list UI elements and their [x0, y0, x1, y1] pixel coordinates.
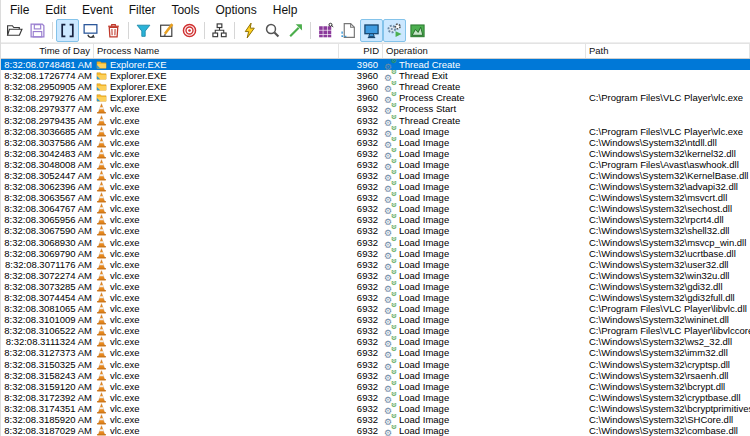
- event-row[interactable]: 8:32:08.2979377 AMvlc.exe6932⚙⚙Process S…: [1, 103, 750, 114]
- clear-button[interactable]: [102, 19, 125, 42]
- save-floppy-icon: [29, 22, 46, 39]
- vlc-cone-icon: [96, 425, 107, 436]
- time-of-day-cell: 8:32:08.2979377 AM: [1, 103, 94, 114]
- event-row[interactable]: 8:32:08.3081065 AMvlc.exe6932⚙⚙Load Imag…: [1, 303, 750, 314]
- operation-text: Thread Create: [399, 115, 460, 126]
- event-row[interactable]: 8:32:08.2979435 AMvlc.exe6932⚙⚙Thread Cr…: [1, 114, 750, 125]
- menu-bar: FileEditEventFilterToolsOptionsHelp: [1, 0, 750, 19]
- jump-to-button[interactable]: [284, 19, 307, 42]
- event-row[interactable]: 8:32:08.3158243 AMvlc.exe6932⚙⚙Load Imag…: [1, 370, 750, 381]
- autoscroll-button[interactable]: [79, 19, 102, 42]
- show-filesystem-activity-button[interactable]: [337, 19, 360, 42]
- menu-item-file[interactable]: File: [2, 1, 37, 19]
- pid-cell: 6932: [339, 270, 383, 281]
- pid-cell: 6932: [339, 381, 383, 392]
- include-process-from-window-button[interactable]: [178, 19, 201, 42]
- path-cell: C:\Program Files\VLC Player\vlc.exe: [586, 126, 750, 137]
- event-row[interactable]: 8:32:08.3174351 AMvlc.exe6932⚙⚙Load Imag…: [1, 403, 750, 414]
- event-row[interactable]: 8:32:08.3064767 AMvlc.exe6932⚙⚙Load Imag…: [1, 203, 750, 214]
- event-row[interactable]: 8:32:08.3101009 AMvlc.exe6932⚙⚙Load Imag…: [1, 314, 750, 325]
- operation-text: Load Image: [399, 370, 449, 381]
- operation-gears-icon: ⚙⚙: [385, 159, 396, 170]
- event-row[interactable]: 8:32:08.3068930 AMvlc.exe6932⚙⚙Load Imag…: [1, 237, 750, 248]
- time-of-day-cell: 8:32:08.3064767 AM: [1, 203, 94, 214]
- find-button[interactable]: [261, 19, 284, 42]
- menu-item-options[interactable]: Options: [207, 1, 264, 19]
- save-button[interactable]: [26, 19, 49, 42]
- highlight-button[interactable]: [155, 19, 178, 42]
- event-row[interactable]: 8:32:08.3063567 AMvlc.exe6932⚙⚙Load Imag…: [1, 192, 750, 203]
- event-row[interactable]: 8:32:08.3106522 AMvlc.exe6932⚙⚙Load Imag…: [1, 325, 750, 336]
- operation-text: Load Image: [399, 237, 449, 248]
- menu-item-filter[interactable]: Filter: [121, 1, 164, 19]
- show-network-activity-button[interactable]: [360, 19, 383, 42]
- event-row[interactable]: 8:32:08.3037586 AMvlc.exe6932⚙⚙Load Imag…: [1, 137, 750, 148]
- process-name-cell: vlc.exe: [94, 336, 339, 347]
- event-row[interactable]: 8:32:08.0748481 AMExplorer.EXE3960⚙⚙Thre…: [1, 59, 750, 70]
- event-row[interactable]: 8:32:08.3111324 AMvlc.exe6932⚙⚙Load Imag…: [1, 336, 750, 347]
- event-row[interactable]: 8:32:08.3067590 AMvlc.exe6932⚙⚙Load Imag…: [1, 225, 750, 236]
- operation-cell: ⚙⚙Load Image: [383, 181, 586, 192]
- operation-text: Load Image: [399, 414, 449, 425]
- operation-cell: ⚙⚙Load Image: [383, 225, 586, 236]
- time-of-day-cell: 8:32:08.0748481 AM: [1, 59, 94, 70]
- event-row[interactable]: 8:32:08.3150325 AMvlc.exe6932⚙⚙Load Imag…: [1, 359, 750, 370]
- time-of-day-cell: 8:32:08.3037586 AM: [1, 137, 94, 148]
- capture-button[interactable]: [56, 19, 79, 42]
- event-row[interactable]: 8:32:08.3065956 AMvlc.exe6932⚙⚙Load Imag…: [1, 214, 750, 225]
- event-row[interactable]: 8:32:08.3052447 AMvlc.exe6932⚙⚙Load Imag…: [1, 170, 750, 181]
- event-list[interactable]: 8:32:08.0748481 AMExplorer.EXE3960⚙⚙Thre…: [1, 59, 750, 436]
- event-row[interactable]: 8:32:08.3071176 AMvlc.exe6932⚙⚙Load Imag…: [1, 259, 750, 270]
- event-row[interactable]: 8:32:08.2950905 AMExplorer.EXE3960⚙⚙Thre…: [1, 81, 750, 92]
- boot-logging-button[interactable]: [238, 19, 261, 42]
- menu-item-tools[interactable]: Tools: [163, 1, 207, 19]
- vlc-cone-icon: [96, 248, 107, 259]
- column-header-time-of-day[interactable]: Time of Day: [1, 44, 94, 58]
- open-button[interactable]: [3, 19, 26, 42]
- time-of-day-cell: 8:32:08.2979435 AM: [1, 115, 94, 126]
- menu-item-edit[interactable]: Edit: [37, 1, 74, 19]
- event-row[interactable]: 8:32:08.1726774 AMExplorer.EXE3960⚙⚙Thre…: [1, 70, 750, 81]
- process-name-cell: vlc.exe: [94, 214, 339, 225]
- event-row[interactable]: 8:32:08.3036685 AMvlc.exe6932⚙⚙Load Imag…: [1, 126, 750, 137]
- event-row[interactable]: 8:32:08.2979276 AMExplorer.EXE3960⚙⚙Proc…: [1, 92, 750, 103]
- process-name-text: vlc.exe: [110, 248, 140, 259]
- process-name-cell: Explorer.EXE: [94, 70, 339, 81]
- event-row[interactable]: 8:32:08.3048008 AMvlc.exe6932⚙⚙Load Imag…: [1, 159, 750, 170]
- process-tree-icon: [211, 22, 228, 39]
- event-row[interactable]: 8:32:08.3074454 AMvlc.exe6932⚙⚙Load Imag…: [1, 292, 750, 303]
- column-header-pid[interactable]: PID: [339, 44, 383, 58]
- event-row[interactable]: 8:32:08.3172392 AMvlc.exe6932⚙⚙Load Imag…: [1, 392, 750, 403]
- pid-cell: 6932: [339, 392, 383, 403]
- filter-button[interactable]: [132, 19, 155, 42]
- event-row[interactable]: 8:32:08.3073285 AMvlc.exe6932⚙⚙Load Imag…: [1, 281, 750, 292]
- event-row[interactable]: 8:32:08.3187029 AMvlc.exe6932⚙⚙Load Imag…: [1, 425, 750, 436]
- event-row[interactable]: 8:32:08.3159120 AMvlc.exe6932⚙⚙Load Imag…: [1, 381, 750, 392]
- event-row[interactable]: 8:32:08.3042483 AMvlc.exe6932⚙⚙Load Imag…: [1, 148, 750, 159]
- column-header-operation[interactable]: Operation: [383, 44, 586, 58]
- column-header-process-name[interactable]: Process Name: [94, 44, 339, 58]
- event-row[interactable]: 8:32:08.3185920 AMvlc.exe6932⚙⚙Load Imag…: [1, 414, 750, 425]
- operation-gears-icon: ⚙⚙: [385, 225, 396, 236]
- vlc-cone-icon: [96, 159, 107, 170]
- event-row[interactable]: 8:32:08.3062396 AMvlc.exe6932⚙⚙Load Imag…: [1, 181, 750, 192]
- process-name-cell: vlc.exe: [94, 181, 339, 192]
- menu-item-help[interactable]: Help: [265, 1, 306, 19]
- event-row[interactable]: 8:32:08.3127373 AMvlc.exe6932⚙⚙Load Imag…: [1, 347, 750, 358]
- operation-cell: ⚙⚙Thread Create: [383, 81, 586, 92]
- event-row[interactable]: 8:32:08.3072274 AMvlc.exe6932⚙⚙Load Imag…: [1, 270, 750, 281]
- toolbar: [1, 19, 750, 43]
- target-icon: [181, 22, 198, 39]
- operation-gears-icon: ⚙⚙: [385, 303, 396, 314]
- show-process-thread-activity-button[interactable]: [383, 19, 406, 42]
- operation-gears-icon: ⚙⚙: [385, 347, 396, 358]
- process-name-cell: vlc.exe: [94, 115, 339, 126]
- column-header-path[interactable]: Path: [586, 44, 750, 58]
- event-row[interactable]: 8:32:08.3069790 AMvlc.exe6932⚙⚙Load Imag…: [1, 248, 750, 259]
- process-tree-button[interactable]: [208, 19, 231, 42]
- show-profiling-events-button[interactable]: [406, 19, 429, 42]
- show-registry-activity-button[interactable]: [314, 19, 337, 42]
- operation-text: Load Image: [399, 192, 449, 203]
- menu-item-event[interactable]: Event: [74, 1, 121, 19]
- operation-gears-icon: ⚙⚙: [385, 59, 396, 70]
